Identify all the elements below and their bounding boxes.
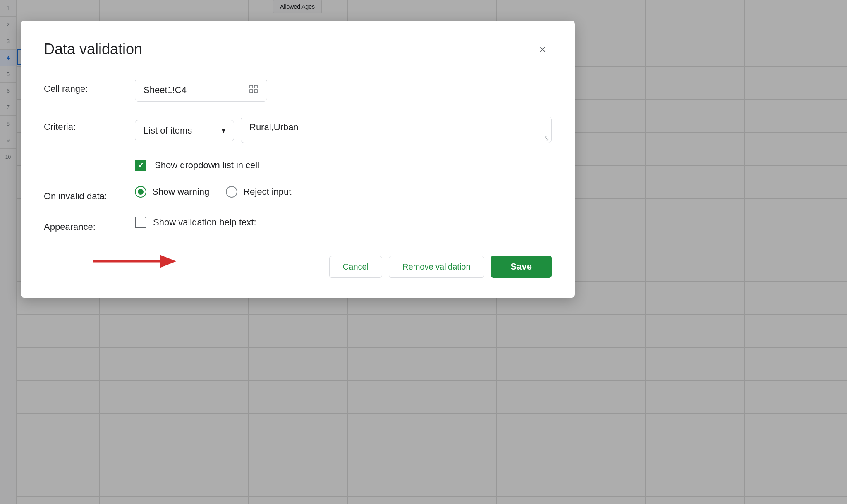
show-warning-radio[interactable] (135, 186, 146, 198)
criteria-controls: List of items ▾ Rural,Urban ⤡ (135, 117, 552, 145)
appearance-label: Appearance: (44, 217, 135, 232)
close-icon: × (539, 44, 546, 55)
criteria-row: Criteria: List of items ▾ Rural,Urban ⤡ (44, 117, 552, 145)
show-warning-option[interactable]: Show warning (135, 186, 209, 198)
show-warning-label: Show warning (152, 186, 209, 197)
criteria-value-input[interactable]: Rural,Urban (241, 117, 552, 143)
dropdown-arrow-icon: ▾ (222, 126, 225, 135)
svg-rect-1 (254, 85, 257, 88)
criteria-type-dropdown[interactable]: List of items ▾ (135, 120, 234, 141)
appearance-controls: Show validation help text: (135, 217, 552, 228)
red-arrow-annotation (93, 249, 176, 274)
cell-range-row: Cell range: Sheet1!C4 (44, 79, 552, 102)
dialog-footer: Cancel Remove validation Save (44, 256, 552, 278)
show-help-checkbox[interactable] (135, 217, 146, 228)
on-invalid-label: On invalid data: (44, 186, 135, 202)
on-invalid-row: On invalid data: Show warning Reject inp… (44, 186, 552, 202)
criteria-value-wrapper: Rural,Urban ⤡ (241, 117, 552, 145)
reject-input-option[interactable]: Reject input (226, 186, 291, 198)
save-button[interactable]: Save (491, 256, 552, 278)
close-button[interactable]: × (534, 41, 552, 59)
show-dropdown-row: ✓ Show dropdown list in cell (135, 160, 552, 171)
data-validation-dialog: Data validation × Cell range: Sheet1!C4 (21, 21, 575, 298)
appearance-row: Appearance: Show validation help text: (44, 217, 552, 232)
criteria-type-value: List of items (144, 125, 217, 136)
remove-validation-button[interactable]: Remove validation (389, 256, 484, 278)
dialog-title: Data validation (44, 41, 142, 58)
cell-range-controls: Sheet1!C4 (135, 79, 552, 102)
invalid-data-radio-group: Show warning Reject input (135, 186, 291, 198)
red-arrow-svg (93, 249, 176, 274)
svg-rect-0 (250, 85, 253, 88)
show-help-label: Show validation help text: (153, 217, 256, 228)
reject-input-label: Reject input (243, 186, 291, 197)
show-dropdown-label: Show dropdown list in cell (155, 160, 259, 171)
resize-handle-icon: ⤡ (544, 134, 549, 142)
svg-marker-5 (160, 255, 176, 268)
cell-range-input[interactable]: Sheet1!C4 (135, 79, 267, 102)
cell-range-label: Cell range: (44, 79, 135, 94)
criteria-label: Criteria: (44, 117, 135, 132)
svg-rect-2 (250, 90, 253, 93)
cancel-button[interactable]: Cancel (329, 256, 382, 278)
svg-rect-3 (254, 90, 257, 93)
dialog-header: Data validation × (44, 41, 552, 59)
grid-icon (249, 84, 258, 96)
on-invalid-controls: Show warning Reject input (135, 186, 552, 198)
reject-input-radio[interactable] (226, 186, 237, 198)
checkmark-icon: ✓ (138, 161, 144, 170)
show-dropdown-checkbox[interactable]: ✓ (135, 160, 146, 171)
cell-range-value: Sheet1!C4 (144, 85, 242, 96)
